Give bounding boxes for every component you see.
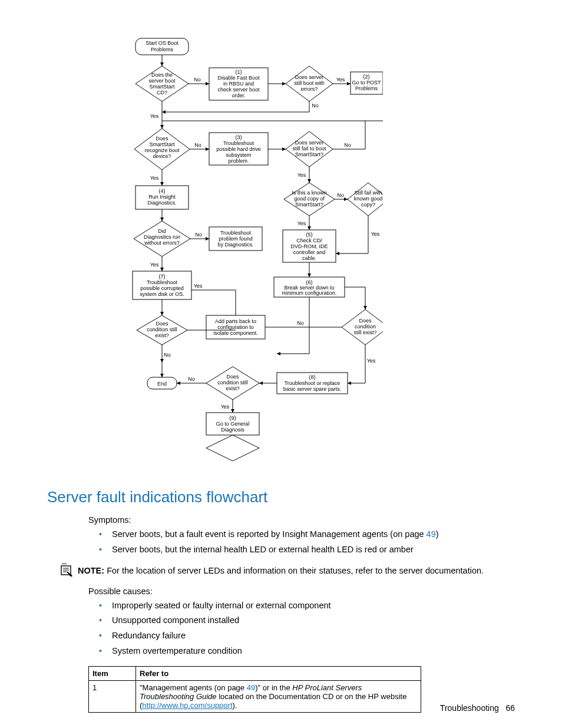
list-item: System overtemperature condition [106, 645, 515, 658]
list-item: Server boots, but the internal health LE… [106, 543, 515, 556]
note-icon [59, 564, 73, 578]
footer-section: Troubleshooting [440, 703, 499, 713]
svg-text:No: No [188, 376, 195, 382]
svg-text:SmartStart?: SmartStart? [295, 151, 323, 157]
svg-text:Problems: Problems [355, 85, 378, 91]
text: )" or in the [255, 683, 292, 692]
symptoms-list: Server boots, but a fault event is repor… [88, 528, 515, 556]
svg-text:End: End [157, 381, 167, 387]
svg-text:Yes: Yes [367, 358, 376, 364]
svg-text:CD?: CD? [157, 90, 167, 95]
svg-text:No: No [195, 232, 202, 238]
svg-text:Yes: Yes [336, 77, 345, 83]
svg-text:Check CD/: Check CD/ [296, 238, 322, 243]
text: "Management agents (on page [140, 683, 247, 692]
svg-text:Diagnosis: Diagnosis [221, 427, 244, 433]
svg-text:problem found: problem found [219, 236, 253, 242]
svg-text:check server boot: check server boot [217, 87, 260, 93]
col-header-refer: Refer to [136, 666, 421, 680]
svg-text:device?: device? [153, 153, 171, 159]
svg-text:recognize boot: recognize boot [144, 147, 180, 153]
svg-text:server boot: server boot [148, 78, 176, 84]
svg-text:Troubleshoot: Troubleshoot [147, 279, 178, 285]
svg-text:(9): (9) [230, 415, 236, 421]
svg-text:Yes: Yes [297, 172, 306, 178]
svg-text:Does: Does [156, 136, 168, 141]
note-body: For the location of server LEDs and info… [104, 566, 484, 575]
svg-text:Troubleshoot: Troubleshoot [223, 140, 254, 146]
svg-text:Yes: Yes [150, 262, 159, 268]
svg-text:by Diagnostics.: by Diagnostics. [217, 242, 253, 248]
svg-marker-147 [206, 435, 259, 461]
svg-text:DVD-ROM, IDE: DVD-ROM, IDE [291, 243, 328, 249]
svg-text:condition still: condition still [217, 380, 248, 386]
svg-text:Yes: Yes [150, 175, 159, 181]
svg-text:(2): (2) [363, 74, 370, 80]
svg-text:Does server: Does server [295, 74, 324, 80]
svg-text:SmartStart?: SmartStart? [295, 202, 323, 207]
svg-text:exist?: exist? [226, 386, 240, 391]
symptoms-label: Symptoms: [88, 515, 515, 525]
svg-text:Is this a known: Is this a known [292, 190, 327, 196]
page-footer: Troubleshooting 66 [440, 703, 515, 713]
svg-text:SmartStart: SmartStart [149, 84, 175, 90]
svg-text:Yes: Yes [194, 283, 203, 289]
svg-text:No: No [297, 320, 304, 326]
svg-text:Go to General: Go to General [216, 421, 250, 427]
svg-text:(1): (1) [236, 69, 242, 75]
svg-text:Disable Fast Boot: Disable Fast Boot [217, 75, 260, 81]
svg-text:Did: Did [158, 228, 166, 234]
svg-text:(8): (8) [309, 374, 316, 380]
svg-text:exist?: exist? [155, 332, 169, 338]
support-url[interactable]: http://www.hp.com/support [142, 701, 232, 710]
svg-text:possible corrupted: possible corrupted [140, 285, 184, 291]
causes-list: Improperly seated or faulty internal or … [88, 599, 515, 658]
svg-text:No: No [337, 192, 344, 198]
svg-text:Does: Does [156, 321, 168, 327]
causes-label: Possible causes: [88, 587, 515, 596]
svg-text:Yes: Yes [150, 113, 159, 119]
svg-text:errors?: errors? [301, 86, 318, 92]
page-link[interactable]: 49 [247, 683, 255, 692]
reference-table: Item Refer to 1 "Management agents (on p… [88, 666, 421, 713]
svg-text:Go to POST: Go to POST [352, 80, 381, 85]
svg-text:Still fail with: Still fail with [354, 190, 382, 196]
section-heading: Server fault indications flowchart [47, 488, 515, 506]
svg-text:Does server: Does server [295, 140, 324, 146]
svg-text:Does the: Does the [151, 72, 173, 78]
text: ) [436, 529, 439, 539]
svg-text:still exist?: still exist? [353, 330, 376, 335]
svg-text:without errors?: without errors? [144, 240, 180, 246]
svg-text:Diagnostics run: Diagnostics run [144, 234, 180, 240]
svg-text:condition still: condition still [147, 327, 177, 332]
svg-text:problem.: problem. [228, 158, 249, 164]
text: Server boots, but a fault event is repor… [112, 529, 427, 539]
svg-text:(3): (3) [236, 134, 242, 140]
svg-text:No: No [194, 77, 201, 83]
page-link[interactable]: 49 [427, 529, 436, 539]
svg-text:Yes: Yes [221, 404, 230, 410]
svg-text:possible hard drive: possible hard drive [216, 146, 261, 152]
svg-text:in RBSU and: in RBSU and [223, 81, 254, 87]
table-row: 1 "Management agents (on page 49)" or in… [89, 680, 421, 712]
svg-text:SmartStart: SmartStart [149, 141, 175, 147]
svg-text:(5): (5) [306, 232, 313, 238]
col-header-item: Item [89, 666, 136, 680]
svg-text:isolate component.: isolate component. [213, 330, 258, 336]
list-item: Server boots, but a fault event is repor… [106, 528, 515, 541]
list-item: Improperly seated or faulty internal or … [106, 599, 515, 612]
svg-text:configuration to: configuration to [217, 324, 254, 330]
svg-text:Does: Does [226, 374, 239, 380]
svg-text:Add parts back to: Add parts back to [215, 318, 256, 324]
cell-refer: "Management agents (on page 49)" or in t… [136, 680, 421, 712]
svg-text:known good: known good [354, 196, 383, 202]
svg-text:No: No [344, 142, 351, 148]
list-item: Unsupported component installed [106, 614, 515, 627]
svg-text:good copy of: good copy of [294, 196, 325, 202]
svg-text:order.: order. [232, 93, 245, 98]
note-prefix: NOTE: [78, 566, 104, 575]
svg-text:still boot with: still boot with [294, 80, 325, 86]
svg-text:cable.: cable. [302, 255, 316, 261]
svg-text:copy?: copy? [361, 202, 375, 207]
os-boot-flowchart: Start OS Boot Problems Does the server b… [88, 35, 515, 470]
